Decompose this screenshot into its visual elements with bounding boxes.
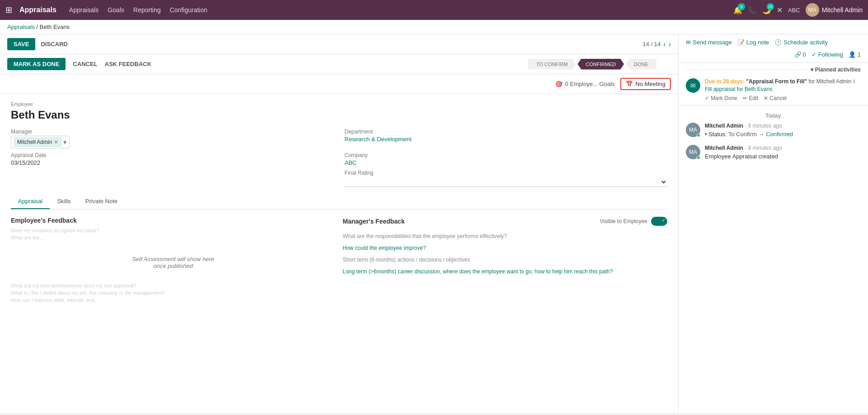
department-value[interactable]: Research & Development xyxy=(344,136,667,143)
today-divider: Today xyxy=(686,113,861,119)
company-label: Company xyxy=(344,152,667,158)
left-panel: SAVE DISCARD 14 / 14 ‹ › MARK AS DONE CA… xyxy=(0,34,678,413)
tab-private-note[interactable]: Private Note xyxy=(78,194,125,209)
mark-done-button[interactable]: MARK AS DONE xyxy=(7,58,66,70)
manager-tag: Mitchell Admin ✕ xyxy=(14,138,61,147)
messages-section: Today MA Mitchell Admin - 9 minutes ago … xyxy=(679,105,868,413)
step-confirmed[interactable]: CONFIRMED xyxy=(578,59,624,70)
self-assessment-line1: Self Assessment will show here xyxy=(18,256,328,262)
nav-configuration[interactable]: Configuration xyxy=(170,6,207,14)
message-item: MA Mitchell Admin - 9 minutes ago • Stat… xyxy=(686,123,861,138)
no-meeting-button[interactable]: 📅 No Meeting xyxy=(620,78,671,90)
employee-goals-button[interactable]: 🎯 0 Employe... Goals xyxy=(555,81,615,87)
step-done[interactable]: DONE xyxy=(626,59,656,70)
manager-q3[interactable]: Short term (6-months) actions / decision… xyxy=(343,257,667,263)
manager-label: Manager xyxy=(11,129,334,135)
mark-done-label: Mark Done xyxy=(711,95,737,101)
company-value[interactable]: ABC xyxy=(344,159,667,166)
step-to-confirm[interactable]: TO CONFIRM xyxy=(528,59,576,70)
final-rating-select[interactable] xyxy=(344,177,667,187)
manager-dropdown-icon[interactable]: ▾ xyxy=(63,138,66,146)
activity-actions: ✓ Mark Done ✏ Edit ✕ Cancel xyxy=(705,95,861,101)
status-to: Confirmed xyxy=(766,131,793,138)
phone-icon[interactable]: 📞 xyxy=(748,6,757,14)
prev-record-arrow[interactable]: ‹ xyxy=(663,40,665,48)
breadcrumb-parent[interactable]: Appraisals xyxy=(7,24,35,30)
activity-for: for Mitchell Admin xyxy=(808,78,851,85)
next-record-arrow[interactable]: › xyxy=(669,40,671,48)
send-message-button[interactable]: ✉ Send message xyxy=(686,39,732,46)
save-button[interactable]: SAVE xyxy=(7,38,35,50)
nav-appraisals[interactable]: Appraisals xyxy=(69,6,99,14)
visible-to-employee-toggle: Visible to Employee xyxy=(600,217,667,226)
record-position: 14 / 14 xyxy=(643,41,661,48)
cancel-activity-button[interactable]: ✕ Cancel xyxy=(764,95,787,101)
times-icon: ✕ xyxy=(764,95,768,101)
activities-section: ▾ Planned activities ✉ Due in 28 days: "… xyxy=(679,63,868,105)
info-icon: ℹ xyxy=(853,78,855,85)
log-note-button[interactable]: 📝 Log note xyxy=(737,39,769,46)
top-navbar: ⊞ Appraisals Appraisals Goals Reporting … xyxy=(0,0,868,20)
employee-feedback-title: Employee's Feedback xyxy=(11,217,335,224)
department-field: Department Research & Development xyxy=(344,129,667,148)
manager-value: Mitchell Admin xyxy=(17,139,52,145)
planned-activities-label: Planned activities xyxy=(815,67,861,73)
manager-q4[interactable]: Long term (>6months) career discussion, … xyxy=(343,268,667,275)
form-content: Employee Beth Evans Manager Mitchell Adm… xyxy=(0,94,678,413)
edit-activity-button[interactable]: ✏ Edit xyxy=(743,95,758,101)
discard-button[interactable]: DISCARD xyxy=(41,41,67,48)
chatter-panel: ✉ Send message 📝 Log note 🕐 Schedule act… xyxy=(678,34,868,413)
activity-due-line: Due in 28 days: "Appraisal Form to Fill"… xyxy=(705,78,861,85)
manager-q2[interactable]: How could the employee improve? xyxy=(343,245,667,251)
log-icon: 📝 xyxy=(737,39,745,46)
calendar-icon: 📅 xyxy=(626,81,633,87)
blurred-q2: What are the... xyxy=(11,235,335,240)
self-assessment-line2: once published xyxy=(18,262,328,269)
check-icon: ✓ xyxy=(811,51,816,58)
nav-reporting[interactable]: Reporting xyxy=(133,6,161,14)
attachment-area[interactable]: 🔗 0 xyxy=(794,51,806,58)
final-rating-field: Final Rating xyxy=(344,170,667,187)
appraisal-date-value[interactable]: 03/15/2022 xyxy=(11,159,334,166)
ask-feedback-button[interactable]: ASK FEEDBACK xyxy=(105,61,151,67)
visible-toggle-switch[interactable] xyxy=(651,217,667,226)
following-button[interactable]: ✓ Following xyxy=(811,51,843,58)
tab-skills[interactable]: Skills xyxy=(50,194,78,209)
msg-content-2: Mitchell Admin - 9 minutes ago Employee … xyxy=(705,145,861,160)
schedule-activity-button[interactable]: 🕐 Schedule activity xyxy=(774,39,828,46)
goals-meeting-row: 🎯 0 Employe... Goals 📅 No Meeting xyxy=(0,74,678,94)
paperclip-icon: 🔗 xyxy=(794,51,802,58)
goals-label: 0 Employe... Goals xyxy=(565,81,615,87)
activity-avatar: ✉ xyxy=(686,78,700,93)
close-icon[interactable]: ✕ xyxy=(777,6,783,14)
meeting-label: No Meeting xyxy=(636,81,665,87)
mark-done-activity-button[interactable]: ✓ Mark Done xyxy=(705,95,737,101)
tab-appraisal[interactable]: Appraisal xyxy=(11,194,50,209)
edit-label: Edit xyxy=(749,95,758,101)
abc-label: ABC xyxy=(788,7,800,14)
manager-remove-icon[interactable]: ✕ xyxy=(54,139,58,145)
nav-goals[interactable]: Goals xyxy=(108,6,124,14)
blurred-q3: What are my best achievements since my l… xyxy=(11,283,335,288)
chevron-down-icon: ▾ xyxy=(811,67,813,73)
follower-count-area[interactable]: 👤 1 xyxy=(849,51,861,58)
activity-description[interactable]: Fill appraisal for Beth Evans xyxy=(705,86,861,92)
app-grid-icon[interactable]: ⊞ xyxy=(5,5,12,15)
activity-item: ✉ Due in 28 days: "Appraisal Form to Fil… xyxy=(686,78,861,101)
record-toolbar: SAVE DISCARD 14 / 14 ‹ › xyxy=(0,34,678,54)
moon-badge: 25 xyxy=(767,3,774,10)
msg-time-1: - 9 minutes ago xyxy=(745,123,782,129)
nav-right-area: 🔔 9 📞 🌙 25 ✕ ABC MA Mitchell Admin xyxy=(733,3,863,17)
msg-header-1: Mitchell Admin - 9 minutes ago xyxy=(705,123,861,129)
visible-label: Visible to Employee xyxy=(600,218,647,224)
activity-details: Due in 28 days: "Appraisal Form to Fill"… xyxy=(705,78,861,101)
manager-q1[interactable]: What are the responsibilities that the e… xyxy=(343,233,667,239)
cancel-button[interactable]: CANCEL xyxy=(73,61,97,67)
form-tabs: Appraisal Skills Private Note xyxy=(11,194,667,210)
user-menu[interactable]: MA Mitchell Admin xyxy=(806,3,863,17)
following-label: Following xyxy=(818,51,843,58)
main-layout: SAVE DISCARD 14 / 14 ‹ › MARK AS DONE CA… xyxy=(0,34,868,413)
check-small-icon: ✓ xyxy=(705,95,709,101)
breadcrumb-current: Beth Evans xyxy=(40,24,70,30)
activity-title: "Appraisal Form to Fill" xyxy=(746,78,807,85)
